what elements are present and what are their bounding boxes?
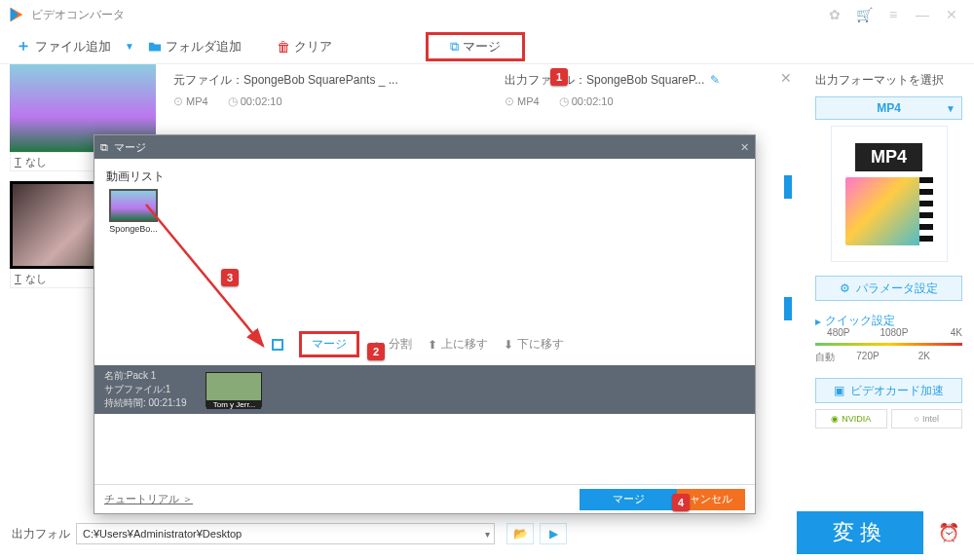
add-folder-label: フォルダ追加 <box>166 38 242 56</box>
dialog-title: マージ <box>114 140 146 155</box>
pack-thumb: Tom y Jerr... <box>206 372 262 407</box>
video-item-name: SpongeBo... <box>106 224 161 234</box>
dialog-titlebar: ⧉ マージ ✕ <box>94 135 755 159</box>
intel-badge: ○Intel <box>891 409 963 429</box>
trash-icon: 🗑 <box>277 39 290 55</box>
app-title: ビデオコンバータ <box>31 7 125 23</box>
add-folder-button[interactable]: フォルダ追加 <box>142 34 247 59</box>
dialog-merge-button[interactable]: マージ <box>299 331 359 357</box>
quality-slider[interactable]: 480P 1080P 4K 自動 720P 2K <box>815 335 962 368</box>
mp4-badge: MP4 <box>855 143 922 171</box>
src-file-name: SpongeBob SquarePants _ ... <box>244 73 398 87</box>
video-thumb <box>109 189 158 222</box>
merge-icon: ⧉ <box>100 141 108 154</box>
folder-icon <box>148 40 162 54</box>
q-720: 720P <box>856 351 879 361</box>
sliders-icon: ⚙ <box>840 281 850 295</box>
video-list-label: 動画リスト <box>106 168 743 185</box>
src-format: MP4 <box>186 95 208 107</box>
cart-icon[interactable]: 🛒 <box>849 0 879 29</box>
q-4k: 4K <box>951 327 962 338</box>
merge-label: マージ <box>463 38 501 56</box>
plus-icon: ＋ <box>16 36 31 56</box>
merge-icon: ⧉ <box>450 39 459 55</box>
chevron-down-icon: ▼ <box>946 103 955 114</box>
clock-icon: ◷ <box>228 94 238 108</box>
add-file-dropdown-icon[interactable]: ▼ <box>117 41 142 52</box>
title-bar: ビデオコンバータ ✿ 🛒 ≡ — ✕ <box>0 0 974 29</box>
arrow-up-icon: ⬆ <box>428 338 437 352</box>
format-select[interactable]: MP4 ▼ <box>815 96 962 120</box>
move-down-button[interactable]: ⬇下に移す <box>504 336 564 353</box>
dialog-close-icon[interactable]: ✕ <box>740 141 749 154</box>
clock-icon: ◷ <box>559 94 569 108</box>
param-label: パラメータ設定 <box>856 280 938 297</box>
parameter-settings-button[interactable]: ⚙ パラメータ設定 <box>815 276 962 301</box>
pack-row[interactable]: 名前:Pack 1 サブファイル:1 持続時間: 00:21:19 Tom y … <box>94 365 755 414</box>
clear-label: クリア <box>294 38 332 56</box>
merge-dialog: ⧉ マージ ✕ 動画リスト SpongeBo... マージ ✂分割 ⬆上に移す … <box>94 134 756 514</box>
step-badge-4: 4 <box>672 494 690 511</box>
move-up-button[interactable]: ⬆上に移す <box>428 336 488 353</box>
pack-info: 名前:Pack 1 サブファイル:1 持続時間: 00:21:19 <box>104 369 186 410</box>
q-480: 480P <box>827 327 849 338</box>
nvidia-badge: ◉NVIDIA <box>815 409 887 429</box>
output-format-title: 出力フォーマットを選択 <box>815 72 962 89</box>
output-path-field[interactable]: C:¥Users¥Administrator¥Desktop ▾ <box>76 523 495 544</box>
file-close-icon[interactable]: ✕ <box>780 70 792 86</box>
format-art <box>845 177 933 245</box>
open-folder-button[interactable]: 📂 <box>506 523 534 544</box>
output-folder-label: 出力フォル <box>12 526 70 542</box>
convert-label: 変換 <box>833 518 887 547</box>
minimize-icon[interactable]: — <box>908 0 937 29</box>
main-toolbar: ＋ ファイル追加 ▼ フォルダ追加 🗑 クリア ⧉ マージ <box>0 29 974 64</box>
nvidia-icon: ◉ <box>831 414 839 424</box>
add-file-label: ファイル追加 <box>35 38 111 56</box>
menu-icon[interactable]: ≡ <box>879 0 908 29</box>
add-file-button[interactable]: ＋ ファイル追加 <box>10 32 117 60</box>
close-icon[interactable]: ✕ <box>937 0 966 29</box>
pack-duration: 持続時間: 00:21:19 <box>104 396 186 410</box>
row-accent <box>784 175 792 199</box>
dialog-confirm-merge-button[interactable]: マージ <box>580 489 677 510</box>
intel-icon: ○ <box>915 414 919 424</box>
row-accent <box>784 297 792 320</box>
pack-name: 名前:Pack 1 <box>104 369 186 383</box>
out-duration: 00:02:10 <box>572 95 614 107</box>
dialog-toolbar: マージ ✂分割 ⬆上に移す ⬇下に移す <box>106 331 743 357</box>
alarm-icon[interactable]: ⏰ <box>935 519 962 546</box>
output-path-value: C:¥Users¥Administrator¥Desktop <box>83 528 242 540</box>
chip-icon: ▣ <box>834 384 844 397</box>
file-info-row: 元ファイル：SpongeBob SquarePants _ ... ⊙ MP4 … <box>173 72 804 108</box>
merge-button-highlight: ⧉ マージ <box>426 32 525 61</box>
pack-subfiles: サブファイル:1 <box>104 383 186 396</box>
play-icon: ⊙ <box>173 94 183 108</box>
convert-button[interactable]: 変換 <box>797 511 923 554</box>
app-logo-icon <box>8 6 25 23</box>
src-duration: 00:02:10 <box>241 95 282 107</box>
clear-button[interactable]: 🗑 クリア <box>271 34 338 59</box>
gift-icon[interactable]: ✿ <box>820 0 849 29</box>
arrow-down-icon: ⬇ <box>504 338 513 352</box>
video-list-item[interactable]: SpongeBo... <box>106 189 161 234</box>
chevron-down-icon: ▾ <box>485 529 490 540</box>
step-badge-3: 3 <box>221 269 239 286</box>
step-badge-2: 2 <box>367 343 385 360</box>
tutorial-link[interactable]: チュートリアル ＞ <box>104 492 193 506</box>
quick-settings: ▸クイック設定 480P 1080P 4K 自動 720P 2K <box>815 313 962 368</box>
q-2k: 2K <box>918 351 930 361</box>
q-auto: 自動 <box>815 351 835 364</box>
out-format: MP4 <box>517 95 540 107</box>
src-file-label: 元ファイル： <box>173 73 244 87</box>
q-1080: 1080P <box>880 327 908 338</box>
format-preview: MP4 <box>831 126 948 262</box>
gpu-accel-button[interactable]: ▣ ビデオカード加速 <box>815 378 962 403</box>
out-file-name: SpongeBob SquareP... <box>586 73 704 87</box>
gpu-label: ビデオカード加速 <box>850 383 944 399</box>
merge-button[interactable]: ⧉ マージ <box>450 38 501 56</box>
dialog-footer: チュートリアル ＞ マージ ャンセル <box>94 484 755 513</box>
select-all-checkbox[interactable] <box>272 339 283 351</box>
step-badge-1: 1 <box>550 68 568 86</box>
edit-icon[interactable]: ✎ <box>710 73 720 87</box>
play-output-button[interactable]: ▶ <box>540 523 567 544</box>
